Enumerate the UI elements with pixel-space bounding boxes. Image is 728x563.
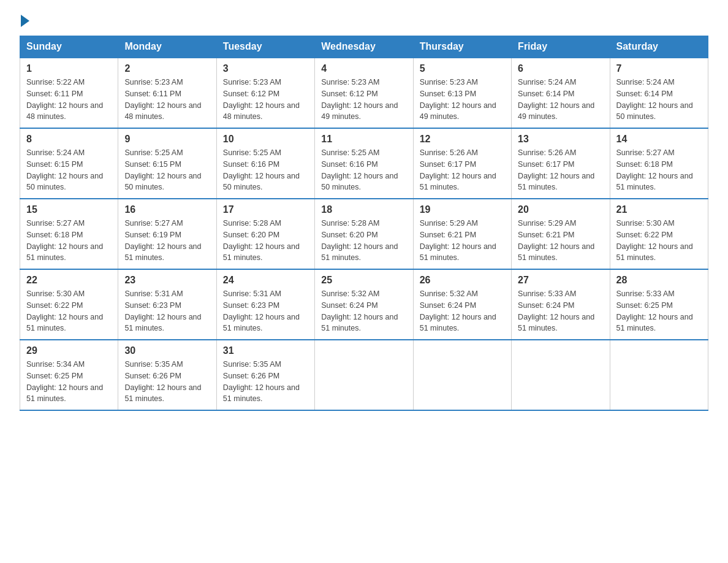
calendar-cell: 9Sunrise: 5:25 AMSunset: 6:15 PMDaylight…	[118, 128, 216, 199]
calendar-cell	[413, 340, 511, 410]
calendar-table: SundayMondayTuesdayWednesdayThursdayFrid…	[20, 36, 708, 411]
day-number: 14	[616, 134, 702, 145]
day-number: 1	[26, 63, 112, 74]
day-info: Sunrise: 5:33 AMSunset: 6:24 PMDaylight:…	[518, 288, 603, 334]
day-info: Sunrise: 5:27 AMSunset: 6:19 PMDaylight:…	[124, 218, 210, 264]
calendar-cell: 30Sunrise: 5:35 AMSunset: 6:26 PMDayligh…	[118, 340, 216, 410]
day-info: Sunrise: 5:27 AMSunset: 6:18 PMDaylight:…	[26, 218, 112, 264]
calendar-week-row: 8Sunrise: 5:24 AMSunset: 6:15 PMDaylight…	[20, 128, 708, 199]
calendar-cell: 15Sunrise: 5:27 AMSunset: 6:18 PMDayligh…	[20, 199, 118, 269]
weekday-header-thursday: Thursday	[413, 36, 511, 58]
weekday-header-monday: Monday	[118, 36, 216, 58]
day-number: 24	[223, 275, 308, 286]
calendar-cell: 12Sunrise: 5:26 AMSunset: 6:17 PMDayligh…	[413, 128, 511, 199]
day-number: 25	[321, 275, 406, 286]
calendar-cell: 8Sunrise: 5:24 AMSunset: 6:15 PMDaylight…	[20, 128, 118, 199]
calendar-cell	[315, 340, 413, 410]
day-number: 7	[616, 63, 702, 74]
weekday-header-friday: Friday	[512, 36, 610, 58]
day-info: Sunrise: 5:24 AMSunset: 6:14 PMDaylight:…	[518, 77, 603, 123]
calendar-cell: 21Sunrise: 5:30 AMSunset: 6:22 PMDayligh…	[610, 199, 708, 269]
day-number: 2	[124, 63, 210, 74]
calendar-cell: 17Sunrise: 5:28 AMSunset: 6:20 PMDayligh…	[216, 199, 314, 269]
calendar-cell: 28Sunrise: 5:33 AMSunset: 6:25 PMDayligh…	[610, 269, 708, 340]
day-number: 16	[124, 204, 210, 215]
calendar-cell: 20Sunrise: 5:29 AMSunset: 6:21 PMDayligh…	[512, 199, 610, 269]
calendar-cell	[610, 340, 708, 410]
day-info: Sunrise: 5:24 AMSunset: 6:15 PMDaylight:…	[26, 147, 112, 193]
day-number: 5	[420, 63, 505, 74]
day-info: Sunrise: 5:35 AMSunset: 6:26 PMDaylight:…	[124, 359, 210, 405]
weekday-header-sunday: Sunday	[20, 36, 118, 58]
day-number: 19	[420, 204, 505, 215]
calendar-cell: 5Sunrise: 5:23 AMSunset: 6:13 PMDaylight…	[413, 58, 511, 128]
calendar-cell: 24Sunrise: 5:31 AMSunset: 6:23 PMDayligh…	[216, 269, 314, 340]
calendar-cell: 23Sunrise: 5:31 AMSunset: 6:23 PMDayligh…	[118, 269, 216, 340]
day-info: Sunrise: 5:25 AMSunset: 6:15 PMDaylight:…	[124, 147, 210, 193]
day-number: 21	[616, 204, 702, 215]
weekday-header-row: SundayMondayTuesdayWednesdayThursdayFrid…	[20, 36, 708, 58]
day-number: 10	[223, 134, 308, 145]
day-info: Sunrise: 5:25 AMSunset: 6:16 PMDaylight:…	[321, 147, 406, 193]
day-number: 31	[223, 345, 308, 356]
logo	[20, 15, 31, 25]
day-number: 20	[518, 204, 603, 215]
calendar-cell: 18Sunrise: 5:28 AMSunset: 6:20 PMDayligh…	[315, 199, 413, 269]
day-info: Sunrise: 5:35 AMSunset: 6:26 PMDaylight:…	[223, 359, 308, 405]
day-info: Sunrise: 5:26 AMSunset: 6:17 PMDaylight:…	[518, 147, 603, 193]
day-info: Sunrise: 5:22 AMSunset: 6:11 PMDaylight:…	[26, 77, 112, 123]
calendar-cell: 13Sunrise: 5:26 AMSunset: 6:17 PMDayligh…	[512, 128, 610, 199]
day-info: Sunrise: 5:23 AMSunset: 6:12 PMDaylight:…	[321, 77, 406, 123]
calendar-cell	[512, 340, 610, 410]
day-info: Sunrise: 5:23 AMSunset: 6:11 PMDaylight:…	[124, 77, 210, 123]
calendar-week-row: 15Sunrise: 5:27 AMSunset: 6:18 PMDayligh…	[20, 199, 708, 269]
day-number: 3	[223, 63, 308, 74]
calendar-cell: 6Sunrise: 5:24 AMSunset: 6:14 PMDaylight…	[512, 58, 610, 128]
day-info: Sunrise: 5:31 AMSunset: 6:23 PMDaylight:…	[223, 288, 308, 334]
calendar-cell: 1Sunrise: 5:22 AMSunset: 6:11 PMDaylight…	[20, 58, 118, 128]
calendar-cell: 7Sunrise: 5:24 AMSunset: 6:14 PMDaylight…	[610, 58, 708, 128]
day-number: 11	[321, 134, 406, 145]
weekday-header-saturday: Saturday	[610, 36, 708, 58]
day-info: Sunrise: 5:25 AMSunset: 6:16 PMDaylight:…	[223, 147, 308, 193]
day-number: 29	[26, 345, 112, 356]
calendar-cell: 2Sunrise: 5:23 AMSunset: 6:11 PMDaylight…	[118, 58, 216, 128]
logo-arrow-icon	[21, 15, 29, 27]
day-info: Sunrise: 5:28 AMSunset: 6:20 PMDaylight:…	[321, 218, 406, 264]
page-header	[20, 15, 708, 25]
day-number: 23	[124, 275, 210, 286]
calendar-week-row: 29Sunrise: 5:34 AMSunset: 6:25 PMDayligh…	[20, 340, 708, 410]
calendar-cell: 31Sunrise: 5:35 AMSunset: 6:26 PMDayligh…	[216, 340, 314, 410]
weekday-header-tuesday: Tuesday	[216, 36, 314, 58]
day-number: 8	[26, 134, 112, 145]
day-info: Sunrise: 5:30 AMSunset: 6:22 PMDaylight:…	[616, 218, 702, 264]
calendar-cell: 16Sunrise: 5:27 AMSunset: 6:19 PMDayligh…	[118, 199, 216, 269]
day-info: Sunrise: 5:24 AMSunset: 6:14 PMDaylight:…	[616, 77, 702, 123]
calendar-cell: 26Sunrise: 5:32 AMSunset: 6:24 PMDayligh…	[413, 269, 511, 340]
weekday-header-wednesday: Wednesday	[315, 36, 413, 58]
day-info: Sunrise: 5:29 AMSunset: 6:21 PMDaylight:…	[420, 218, 505, 264]
day-number: 13	[518, 134, 603, 145]
day-info: Sunrise: 5:29 AMSunset: 6:21 PMDaylight:…	[518, 218, 603, 264]
calendar-cell: 10Sunrise: 5:25 AMSunset: 6:16 PMDayligh…	[216, 128, 314, 199]
day-info: Sunrise: 5:31 AMSunset: 6:23 PMDaylight:…	[124, 288, 210, 334]
day-number: 15	[26, 204, 112, 215]
day-number: 6	[518, 63, 603, 74]
calendar-cell: 22Sunrise: 5:30 AMSunset: 6:22 PMDayligh…	[20, 269, 118, 340]
day-info: Sunrise: 5:27 AMSunset: 6:18 PMDaylight:…	[616, 147, 702, 193]
calendar-week-row: 22Sunrise: 5:30 AMSunset: 6:22 PMDayligh…	[20, 269, 708, 340]
day-number: 26	[420, 275, 505, 286]
day-info: Sunrise: 5:23 AMSunset: 6:12 PMDaylight:…	[223, 77, 308, 123]
day-number: 17	[223, 204, 308, 215]
calendar-cell: 11Sunrise: 5:25 AMSunset: 6:16 PMDayligh…	[315, 128, 413, 199]
calendar-cell: 19Sunrise: 5:29 AMSunset: 6:21 PMDayligh…	[413, 199, 511, 269]
calendar-cell: 14Sunrise: 5:27 AMSunset: 6:18 PMDayligh…	[610, 128, 708, 199]
day-info: Sunrise: 5:34 AMSunset: 6:25 PMDaylight:…	[26, 359, 112, 405]
calendar-cell: 27Sunrise: 5:33 AMSunset: 6:24 PMDayligh…	[512, 269, 610, 340]
day-number: 9	[124, 134, 210, 145]
day-info: Sunrise: 5:28 AMSunset: 6:20 PMDaylight:…	[223, 218, 308, 264]
day-info: Sunrise: 5:23 AMSunset: 6:13 PMDaylight:…	[420, 77, 505, 123]
calendar-cell: 4Sunrise: 5:23 AMSunset: 6:12 PMDaylight…	[315, 58, 413, 128]
calendar-cell: 3Sunrise: 5:23 AMSunset: 6:12 PMDaylight…	[216, 58, 314, 128]
day-number: 28	[616, 275, 702, 286]
